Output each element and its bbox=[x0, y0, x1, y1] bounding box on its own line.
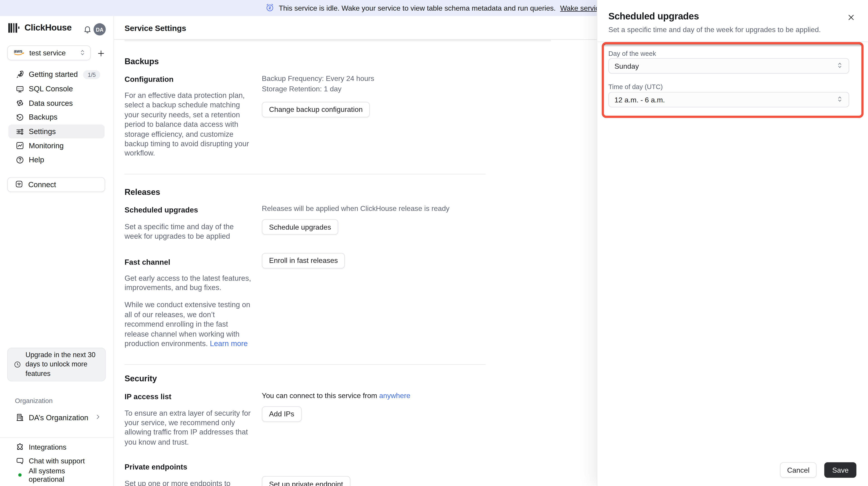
cancel-button[interactable]: Cancel bbox=[780, 462, 817, 478]
sidebar: ClickHouse DA aws test service bbox=[0, 16, 114, 486]
scheduled-upgrades-row: Scheduled upgrades Set a specific time a… bbox=[125, 206, 486, 241]
sidebar-divider bbox=[0, 437, 114, 438]
private-endpoints-title: Private endpoints bbox=[125, 463, 486, 471]
backups-heading: Backups bbox=[125, 57, 486, 66]
section-divider bbox=[125, 174, 486, 174]
day-of-week-value: Sunday bbox=[614, 62, 639, 70]
sidebar-item-chat-support[interactable]: Chat with support bbox=[8, 454, 105, 468]
upgrade-notice[interactable]: Upgrade in the next 30 days to unlock mo… bbox=[7, 348, 106, 381]
alarm-snooze-icon bbox=[265, 2, 274, 13]
chart-icon bbox=[16, 141, 24, 150]
sidebar-item-integrations[interactable]: Integrations bbox=[8, 440, 105, 454]
sidebar-item-getting-started[interactable]: Getting started 1/5 bbox=[8, 68, 105, 82]
fast-channel-row: Fast channel Get early access to the lat… bbox=[125, 258, 486, 348]
sidebar-item-label: Chat with support bbox=[29, 457, 85, 465]
scheduled-upgrades-description: Set a specific time and day of the week … bbox=[125, 222, 252, 241]
backup-configuration-row: Configuration For an effective data prot… bbox=[125, 75, 486, 158]
panel-scroll-shadow bbox=[604, 44, 862, 47]
system-status-label: All systems operational bbox=[29, 467, 100, 483]
close-icon[interactable] bbox=[846, 12, 856, 22]
settings-content: Backups Configuration For an effective d… bbox=[125, 40, 486, 486]
rocket-icon bbox=[16, 70, 24, 79]
app-root: This service is idle. Wake your service … bbox=[0, 0, 868, 486]
connect-button[interactable]: Connect bbox=[7, 177, 105, 192]
time-of-day-select[interactable]: 12 a.m. - 6 a.m. bbox=[608, 92, 849, 108]
private-endpoints-description: Set up one or more endpoints to connect … bbox=[125, 479, 255, 486]
enroll-fast-releases-button[interactable]: Enroll in fast releases bbox=[262, 253, 345, 268]
system-status[interactable]: All systems operational bbox=[8, 468, 105, 482]
time-of-day-value: 12 a.m. - 6 a.m. bbox=[614, 95, 665, 104]
sidebar-item-label: Help bbox=[29, 156, 44, 164]
sliders-icon bbox=[16, 127, 24, 136]
schedule-upgrades-button[interactable]: Schedule upgrades bbox=[262, 219, 338, 235]
add-ips-button[interactable]: Add IPs bbox=[262, 406, 301, 422]
scheduled-upgrades-panel: Scheduled upgrades Set a specific time a… bbox=[597, 0, 868, 486]
sidebar-item-monitoring[interactable]: Monitoring bbox=[8, 139, 105, 153]
chevron-updown-icon bbox=[836, 95, 843, 104]
fast-channel-p2: While we conduct extensive testing on al… bbox=[125, 300, 252, 348]
day-of-week-select[interactable]: Sunday bbox=[608, 58, 849, 74]
page-title: Service Settings bbox=[125, 24, 186, 33]
sidebar-nav: Getting started 1/5 SQL Console bbox=[8, 68, 105, 167]
aws-logo-icon: aws bbox=[13, 48, 25, 58]
chat-bubble-icon bbox=[16, 457, 24, 465]
storage-retention-value: Storage Retention: 1 day bbox=[262, 84, 374, 94]
idle-banner-text: This service is idle. Wake your service … bbox=[279, 4, 556, 12]
backup-frequency-value: Backup Frequency: Every 24 hours bbox=[262, 74, 374, 83]
chevron-right-icon bbox=[95, 413, 101, 422]
orbit-icon bbox=[16, 98, 24, 108]
ip-access-description: To ensure an extra layer of security for… bbox=[125, 408, 252, 447]
chevron-updown-icon bbox=[836, 62, 843, 70]
user-avatar[interactable]: DA bbox=[94, 23, 106, 35]
sidebar-item-backups[interactable]: Backups bbox=[8, 110, 105, 125]
service-selector[interactable]: aws test service bbox=[7, 45, 91, 60]
brand-name: ClickHouse bbox=[24, 23, 72, 33]
sidebar-item-label: Data sources bbox=[29, 99, 73, 108]
private-endpoints-row: Private endpoints Set up one or more end… bbox=[125, 463, 486, 486]
organization-section-label: Organization bbox=[15, 397, 53, 405]
sidebar-item-label: Monitoring bbox=[29, 142, 64, 150]
panel-title: Scheduled upgrades bbox=[608, 11, 699, 22]
time-of-day-label: Time of day (UTC) bbox=[608, 83, 663, 91]
history-icon bbox=[16, 113, 24, 122]
brand: ClickHouse bbox=[8, 23, 72, 33]
sidebar-item-label: Settings bbox=[29, 127, 56, 135]
annotation-highlight-box: Day of the week Sunday Time of day (UTC)… bbox=[602, 42, 864, 118]
organization-name: DA’s Organization bbox=[29, 413, 88, 422]
chevron-updown-icon bbox=[79, 48, 86, 58]
save-button[interactable]: Save bbox=[825, 462, 856, 478]
sidebar-item-sql-console[interactable]: SQL Console bbox=[8, 82, 105, 96]
learn-more-link[interactable]: Learn more bbox=[210, 339, 248, 348]
organization-switcher[interactable]: DA’s Organization bbox=[8, 410, 105, 425]
svg-text:aws: aws bbox=[14, 48, 22, 53]
configuration-description: For an effective data protection plan, s… bbox=[125, 91, 252, 158]
console-icon bbox=[16, 85, 24, 93]
sidebar-item-label: Getting started bbox=[29, 70, 78, 79]
releases-ready-note: Releases will be applied when ClickHouse… bbox=[262, 204, 450, 213]
clickhouse-logo-icon bbox=[8, 23, 20, 33]
connect-label: Connect bbox=[28, 180, 56, 189]
sidebar-item-label: Integrations bbox=[29, 443, 66, 451]
setup-private-endpoint-button[interactable]: Set up private endpoint bbox=[262, 476, 350, 486]
service-selector-value: test service bbox=[29, 49, 66, 57]
getting-started-progress-badge: 1/5 bbox=[83, 70, 100, 79]
notifications-bell-icon[interactable] bbox=[83, 25, 92, 36]
status-green-dot-icon bbox=[18, 473, 22, 477]
sidebar-item-settings[interactable]: Settings bbox=[8, 124, 105, 139]
releases-heading: Releases bbox=[125, 187, 486, 196]
change-backup-configuration-button[interactable]: Change backup configuration bbox=[262, 102, 370, 117]
sidebar-item-data-sources[interactable]: Data sources bbox=[8, 96, 105, 110]
puzzle-icon bbox=[16, 443, 24, 451]
panel-subtitle: Set a specific time and day of the week … bbox=[608, 26, 821, 34]
sidebar-item-help[interactable]: Help bbox=[8, 153, 105, 167]
sidebar-item-label: Backups bbox=[29, 113, 57, 122]
sidebar-item-label: SQL Console bbox=[29, 85, 73, 93]
day-of-week-label: Day of the week bbox=[608, 50, 656, 57]
add-service-button[interactable] bbox=[95, 48, 106, 59]
clock-icon bbox=[14, 361, 21, 368]
section-divider bbox=[125, 364, 486, 364]
sidebar-footer: Integrations Chat with support All syste… bbox=[8, 440, 105, 482]
connect-icon bbox=[15, 180, 23, 190]
anywhere-link[interactable]: anywhere bbox=[379, 391, 410, 399]
building-icon bbox=[16, 413, 24, 422]
